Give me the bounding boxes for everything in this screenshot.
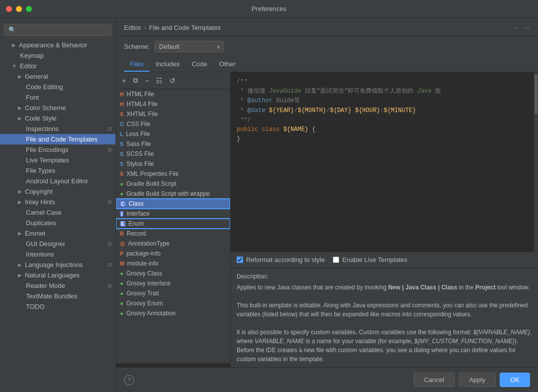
less-file-icon: L [120,131,123,137]
copy-button[interactable]: ⧉ [131,75,140,86]
file-item-class[interactable]: C Class [116,199,230,209]
sidebar-item-live-templates[interactable]: Live Templates [0,155,116,165]
help-button[interactable]: ? [124,375,134,385]
sidebar-item-label: Natural Languages [25,271,80,279]
sidebar-item-emmet[interactable]: ▶ Emmet [0,228,116,239]
file-list-panel: + ⧉ − ☷ ↺ H HTML File H [116,72,231,367]
file-item-groovy-enum[interactable]: ● Groovy Enum [116,298,230,308]
code-scrollbar-thumb[interactable] [535,74,538,114]
file-list-scrollbar[interactable] [116,363,230,367]
sidebar-item-intentions[interactable]: Intentions [0,249,116,260]
description-area: Description: Applies to new Java classes… [231,267,538,367]
file-item-html4[interactable]: H HTML4 File [116,99,230,109]
css-file-icon: C [120,122,124,127]
file-item-css[interactable]: C CSS File [116,119,230,129]
move-button[interactable]: ☷ [154,76,164,86]
close-button[interactable] [6,6,12,12]
sidebar-item-reader-mode[interactable]: Reader Mode ⊡ [0,280,116,291]
ok-button[interactable]: OK [500,373,530,387]
file-item-record[interactable]: R Record [116,229,230,239]
file-item-module-info[interactable]: M module-info [116,259,230,268]
sidebar-item-natural-languages[interactable]: ▶ Natural Languages [0,270,116,280]
forward-icon[interactable]: → [524,24,530,31]
code-scrollbar[interactable] [534,72,538,252]
tab-other[interactable]: Other [213,57,242,72]
sidebar-item-gui-designer[interactable]: GUI Designer ⊡ [0,239,116,249]
sidebar-item-font[interactable]: Font [0,92,116,103]
file-item-gradle-wrapper[interactable]: ● Gradle Build Script with wrappe [116,189,230,199]
file-item-sass[interactable]: S Sass File [116,139,230,149]
sidebar-item-inlay-hints[interactable]: ▶ Inlay Hints ⊡ [0,197,116,207]
file-item-html[interactable]: H HTML File [116,89,230,99]
tab-files[interactable]: Files [124,57,149,72]
file-item-groovy-annotation[interactable]: ● Groovy Annotation [116,308,230,318]
file-item-label: Stylus File [127,160,154,167]
sidebar-item-camel-case[interactable]: Camel Case [0,207,116,218]
file-item-gradle[interactable]: ● Gradle Build Script [116,179,230,189]
back-icon[interactable]: ← [513,24,520,31]
sidebar-item-code-editing[interactable]: Code Editing [0,82,116,92]
file-item-label: Record [127,230,146,237]
tab-includes[interactable]: Includes [149,57,185,72]
sidebar-item-textmate-bundles[interactable]: TextMate Bundles [0,291,116,301]
sidebar-item-file-and-code-templates[interactable]: File and Code Templates [0,134,116,144]
sidebar-item-color-scheme[interactable]: ▶ Color Scheme [0,103,116,113]
file-item-label: package-info [127,250,161,257]
sidebar-item-inspections[interactable]: Inspections ⊡ [0,124,116,134]
file-item-xml-properties[interactable]: X XML Properties File [116,169,230,179]
panel-body: + ⧉ − ☷ ↺ H HTML File H [116,72,538,367]
sidebar-item-duplicates[interactable]: Duplicates [0,218,116,228]
maximize-button[interactable] [26,6,32,12]
file-item-groovy-trait[interactable]: ● Groovy Trait [116,288,230,298]
file-item-groovy-class[interactable]: ● Groovy Class [116,268,230,278]
file-item-interface[interactable]: I Interface [116,209,230,219]
scheme-select[interactable]: Default [154,41,224,52]
gradle-wrapper-icon: ● [120,191,124,197]
remove-button[interactable]: − [143,76,151,86]
file-list: H HTML File H HTML4 File X XHTML File [116,89,230,363]
sidebar-item-file-types[interactable]: File Types [0,165,116,176]
code-line-4: * @date ${YEAR}/${MONTH}/${DAY} ${HOUR}:… [237,106,532,116]
scss-file-icon: S [120,151,124,157]
code-line-2: * 微信搜 JavaGuide 回复"面试突击"即可免费领取个人原创的 Java… [237,87,532,96]
sidebar-item-label: Appearance & Behavior [19,41,87,49]
add-button[interactable]: + [120,76,128,86]
file-item-xhtml[interactable]: X XHTML File [116,109,230,119]
live-templates-checkbox-label[interactable]: Enable Live Templates [333,256,407,263]
cancel-button[interactable]: Cancel [413,373,454,387]
sidebar-item-file-encodings[interactable]: File Encodings ⊡ [0,144,116,155]
minimize-button[interactable] [16,6,22,12]
description-text: Applies to new Java classes that are cre… [237,283,532,367]
sidebar-item-label: Duplicates [26,219,56,227]
sidebar-item-general[interactable]: ▶ General [0,71,116,82]
file-item-groovy-interface[interactable]: ● Groovy Interface [116,278,230,288]
file-item-scss[interactable]: S SCSS File [116,149,230,159]
sidebar-item-code-style[interactable]: ▶ Code Style [0,113,116,124]
sidebar-item-android-layout-editor[interactable]: Android Layout Editor [0,176,116,186]
tab-code[interactable]: Code [186,57,213,72]
apply-button[interactable]: Apply [459,373,496,387]
file-item-less[interactable]: L Less File [116,129,230,139]
sidebar-item-label: Live Templates [26,156,69,164]
reset-button[interactable]: ↺ [167,76,177,86]
sidebar-item-appearance[interactable]: ▶ Appearance & Behavior [0,40,116,50]
badge-icon: ⊡ [108,199,112,205]
reformat-checkbox[interactable] [237,257,243,263]
annotation-file-icon: @ [120,241,125,247]
file-item-annotation-type[interactable]: @ AnnotationType [116,239,230,249]
sidebar-item-language-injections[interactable]: ▶ Language Injections ⊡ [0,260,116,270]
sidebar-item-keymap[interactable]: Keymap [0,50,116,61]
scheme-select-wrap[interactable]: Default [154,41,224,52]
reformat-checkbox-label[interactable]: Reformat according to style [237,256,325,263]
sidebar-item-todo[interactable]: TODO [0,301,116,312]
code-editor[interactable]: /** * 微信搜 JavaGuide 回复"面试突击"即可免费领取个人原创的 … [231,72,538,252]
file-item-package-info[interactable]: P package-info [116,249,230,259]
file-item-enum[interactable]: E Enum [116,219,230,229]
sidebar-item-editor[interactable]: ▼ Editor [0,61,116,71]
file-item-stylus[interactable]: S Stylus File [116,159,230,169]
chevron-right-icon: ▶ [18,272,22,278]
live-templates-checkbox[interactable] [333,257,339,263]
badge-icon: ⊡ [108,126,112,131]
sidebar-item-copyright[interactable]: ▶ Copyright [0,186,116,197]
search-box[interactable]: 🔍 [4,24,112,36]
